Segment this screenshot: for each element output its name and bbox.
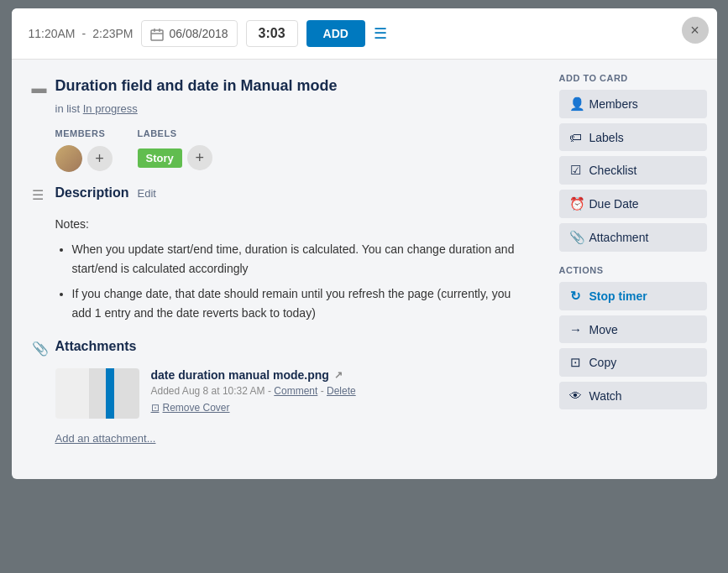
remove-cover-button[interactable]: ⊡ Remove Cover <box>151 402 230 414</box>
stop-timer-icon: ↻ <box>569 289 583 304</box>
comment-link[interactable]: Comment <box>274 385 317 397</box>
due-date-sidebar-button[interactable]: ⏰ Due Date <box>559 190 707 218</box>
copy-btn-label: Copy <box>589 356 617 369</box>
description-content: Notes: When you update start/end time, d… <box>55 215 529 322</box>
due-date-icon: ⏰ <box>569 196 583 211</box>
actions-label: ACTIONS <box>559 265 707 275</box>
add-label-button[interactable]: + <box>187 145 212 170</box>
sidebar: ADD TO CARD 👤 Members 🏷 Labels ☑ Checkli… <box>549 60 717 479</box>
attachment-thumbnail <box>55 368 139 419</box>
card-icon: ▬ <box>32 80 47 97</box>
start-time: 11:20AM <box>29 27 76 40</box>
description-bullet-1: When you update start/end time, duration… <box>72 240 529 278</box>
move-icon: → <box>569 322 583 336</box>
members-btn-label: Members <box>589 97 638 111</box>
add-to-card-label: ADD TO CARD <box>559 73 707 83</box>
attachments-label: Attachments <box>55 339 137 354</box>
add-button[interactable]: ADD <box>306 20 365 47</box>
attachment-meta: Added Aug 8 at 10:32 AM - Comment - Dele… <box>151 385 529 397</box>
description-bullet-2: If you change date, that date should rem… <box>72 284 529 322</box>
main-content: ▬ Duration field and date in Manual mode… <box>12 60 549 479</box>
checklist-btn-label: Checklist <box>589 164 637 177</box>
attachment-sidebar-icon: 📎 <box>569 230 583 245</box>
add-member-button[interactable]: + <box>87 146 113 171</box>
checklist-icon: ☑ <box>569 163 583 178</box>
labels-section-label: LABELS <box>138 128 212 138</box>
end-time: 2:23PM <box>92 27 133 40</box>
external-link-icon[interactable]: ↗ <box>334 369 343 381</box>
attachment-item: date duration manual mode.png ↗ Added Au… <box>55 368 529 419</box>
calendar-icon <box>150 26 164 40</box>
add-to-card-section: ADD TO CARD 👤 Members 🏷 Labels ☑ Checkli… <box>559 73 707 252</box>
labels-sidebar-button[interactable]: 🏷 Labels <box>559 123 707 151</box>
members-section: MEMBERS + <box>55 128 113 172</box>
timer-times: 11:20AM - 2:23PM <box>29 27 134 40</box>
notes-label: Notes: <box>55 215 529 233</box>
description-label: Description <box>55 185 129 201</box>
svg-rect-0 <box>151 30 163 40</box>
members-row: + <box>55 145 113 172</box>
delete-link[interactable]: Delete <box>327 385 356 397</box>
timer-date: 06/08/2018 <box>169 27 228 40</box>
attachments-section-row: 📎 Attachments <box>32 339 529 357</box>
thumb-inner <box>55 368 139 419</box>
labels-icon: 🏷 <box>569 130 583 144</box>
stop-timer-button[interactable]: ↻ Stop timer <box>559 282 707 310</box>
due-date-btn-label: Due Date <box>589 197 639 211</box>
members-sidebar-button[interactable]: 👤 Members <box>559 90 707 118</box>
watch-button[interactable]: 👁 Watch <box>559 382 707 409</box>
labels-section: LABELS Story + <box>138 128 212 172</box>
attachments-section-title: Attachments <box>55 339 137 354</box>
attachment-sidebar-button[interactable]: 📎 Attachment <box>559 223 707 252</box>
attachment-btn-label: Attachment <box>589 231 649 244</box>
modal-overlay: 11:20AM - 2:23PM 06/08/2018 3:03 ADD ☰ <box>0 0 728 573</box>
modal: 11:20AM - 2:23PM 06/08/2018 3:03 ADD ☰ <box>12 8 717 479</box>
attachment-icon: 📎 <box>32 341 47 357</box>
watch-btn-label: Watch <box>589 389 622 403</box>
description-section-title: Description Edit <box>55 185 529 201</box>
stop-timer-label: Stop timer <box>589 289 647 303</box>
actions-section: ACTIONS ↻ Stop timer → Move ⊡ Copy <box>559 265 707 409</box>
time-separator: - <box>82 27 86 40</box>
attachment-filename: date duration manual mode.png <box>151 368 329 382</box>
description-icon: ☰ <box>32 187 47 203</box>
edit-link[interactable]: Edit <box>138 187 156 200</box>
list-label: in list <box>55 102 81 115</box>
timer-bar: 11:20AM - 2:23PM 06/08/2018 3:03 ADD ☰ <box>12 8 717 60</box>
members-icon: 👤 <box>569 96 583 112</box>
avatar <box>55 145 82 172</box>
timer-list-icon[interactable]: ☰ <box>374 24 387 43</box>
modal-body: ▬ Duration field and date in Manual mode… <box>12 60 717 479</box>
remove-cover-icon: ⊡ <box>151 402 160 414</box>
attachment-added-meta: Added Aug 8 at 10:32 AM <box>151 385 265 397</box>
copy-icon: ⊡ <box>569 355 583 370</box>
attachment-info: date duration manual mode.png ↗ Added Au… <box>151 368 529 414</box>
card-title-row: ▬ Duration field and date in Manual mode <box>32 76 529 97</box>
copy-button[interactable]: ⊡ Copy <box>559 348 707 377</box>
card-list-ref: in list In progress <box>55 102 529 115</box>
members-section-label: MEMBERS <box>55 128 113 138</box>
timer-date-box[interactable]: 06/08/2018 <box>141 20 237 46</box>
checklist-sidebar-button[interactable]: ☑ Checklist <box>559 156 707 185</box>
attachment-name-row: date duration manual mode.png ↗ <box>151 368 529 382</box>
move-button[interactable]: → Move <box>559 315 707 343</box>
description-section-row: ☰ Description Edit <box>32 185 529 203</box>
move-btn-label: Move <box>589 323 618 336</box>
watch-icon: 👁 <box>569 388 583 403</box>
add-attachment-link[interactable]: Add an attachment... <box>55 432 156 445</box>
list-name-link[interactable]: In progress <box>83 102 138 115</box>
close-button[interactable]: × <box>682 17 709 44</box>
card-title: Duration field and date in Manual mode <box>55 76 338 96</box>
labels-btn-label: Labels <box>589 131 624 144</box>
meta-separator-2: - <box>321 385 327 397</box>
description-list: When you update start/end time, duration… <box>72 240 529 322</box>
members-labels-row: MEMBERS + LABELS Story + <box>55 128 529 172</box>
remove-cover-label: Remove Cover <box>163 402 230 414</box>
timer-duration[interactable]: 3:03 <box>246 20 298 47</box>
story-label-badge[interactable]: Story <box>138 148 182 168</box>
labels-row: Story + <box>138 145 212 170</box>
